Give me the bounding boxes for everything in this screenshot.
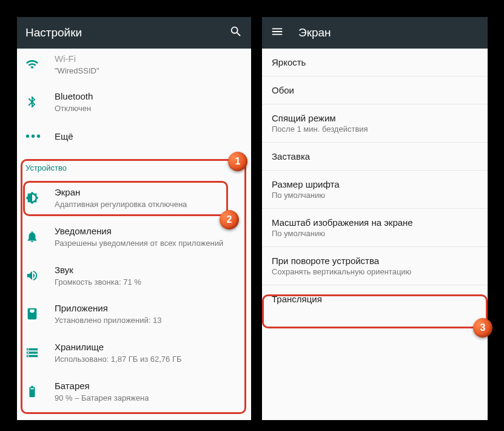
row-more[interactable]: ••• Ещё <box>17 121 251 151</box>
badge-1: 1 <box>228 152 247 171</box>
appbar-title-right: Экран <box>298 26 479 39</box>
phone-display: Экран Яркость Обои Спящий режим После 1 … <box>262 17 488 420</box>
settings-body: Wi-Fi "WiredSSID" Bluetooth Отключен •••… <box>17 49 251 411</box>
row-notifications[interactable]: Уведомления Разрешены уведомления от все… <box>17 217 251 256</box>
row-sound[interactable]: Звук Громкость звонка: 71 % <box>17 256 251 295</box>
row-wallpaper[interactable]: Обои <box>262 76 488 104</box>
search-icon[interactable] <box>229 25 243 41</box>
row-battery[interactable]: Батарея 90 % – Батарея заряжена <box>17 372 251 411</box>
brightness-icon <box>25 191 55 205</box>
appbar-title: Настройки <box>25 26 229 39</box>
row-brightness[interactable]: Яркость <box>262 49 488 76</box>
display-sub: Адаптивная регулировка отключена <box>55 200 244 210</box>
apps-title: Приложения <box>55 302 244 314</box>
menu-icon[interactable] <box>270 25 284 41</box>
apps-icon <box>25 307 55 321</box>
storage-title: Хранилище <box>55 341 244 353</box>
battery-icon <box>25 385 55 398</box>
bluetooth-title: Bluetooth <box>55 90 244 103</box>
row-bluetooth[interactable]: Bluetooth Отключен <box>17 83 251 121</box>
row-storage[interactable]: Хранилище Использовано: 1,87 ГБ из 62,76… <box>17 333 251 372</box>
more-title: Ещё <box>55 130 244 143</box>
row-wifi[interactable]: Wi-Fi "WiredSSID" <box>17 49 251 83</box>
appbar: Настройки <box>17 17 251 49</box>
wifi-sub: "WiredSSID" <box>55 66 244 76</box>
notifications-icon <box>25 230 55 243</box>
badge-2: 2 <box>220 210 239 229</box>
section-device: Устройство <box>17 151 251 178</box>
row-fontsize[interactable]: Размер шрифта По умолчанию <box>262 171 488 209</box>
display-body: Яркость Обои Спящий режим После 1 мин. б… <box>262 49 488 313</box>
storage-icon <box>25 346 55 359</box>
row-display[interactable]: Экран Адаптивная регулировка отключена <box>17 178 251 217</box>
wifi-title: Wi-Fi <box>55 52 244 65</box>
bluetooth-sub: Отключен <box>55 104 244 114</box>
volume-icon <box>25 269 55 282</box>
row-sleep[interactable]: Спящий режим После 1 мин. бездействия <box>262 104 488 143</box>
phone-settings: Настройки Wi-Fi "WiredSSID" Bluetooth От… <box>17 17 251 420</box>
row-displaysize[interactable]: Масштаб изображения на экране По умолчан… <box>262 209 488 247</box>
badge-3: 3 <box>473 318 492 338</box>
battery-sub: 90 % – Батарея заряжена <box>55 393 244 404</box>
sound-sub: Громкость звонка: 71 % <box>55 277 244 288</box>
display-title: Экран <box>55 186 244 199</box>
battery-title: Батарея <box>55 379 244 392</box>
wifi-icon <box>25 58 55 71</box>
apps-sub: Установлено приложений: 13 <box>55 316 244 326</box>
row-daydream[interactable]: Заставка <box>262 143 488 171</box>
more-icon: ••• <box>25 130 55 142</box>
storage-sub: Использовано: 1,87 ГБ из 62,76 ГБ <box>55 355 244 365</box>
bluetooth-icon <box>25 95 55 109</box>
row-cast[interactable]: Трансляция <box>262 285 488 313</box>
row-apps[interactable]: Приложения Установлено приложений: 13 <box>17 294 251 333</box>
sound-title: Звук <box>55 263 244 276</box>
row-rotate[interactable]: При повороте устройства Сохранять вертик… <box>262 247 488 285</box>
notifications-title: Уведомления <box>55 225 244 237</box>
appbar-right: Экран <box>262 17 488 49</box>
notifications-sub: Разрешены уведомления от всех приложений <box>55 239 244 249</box>
